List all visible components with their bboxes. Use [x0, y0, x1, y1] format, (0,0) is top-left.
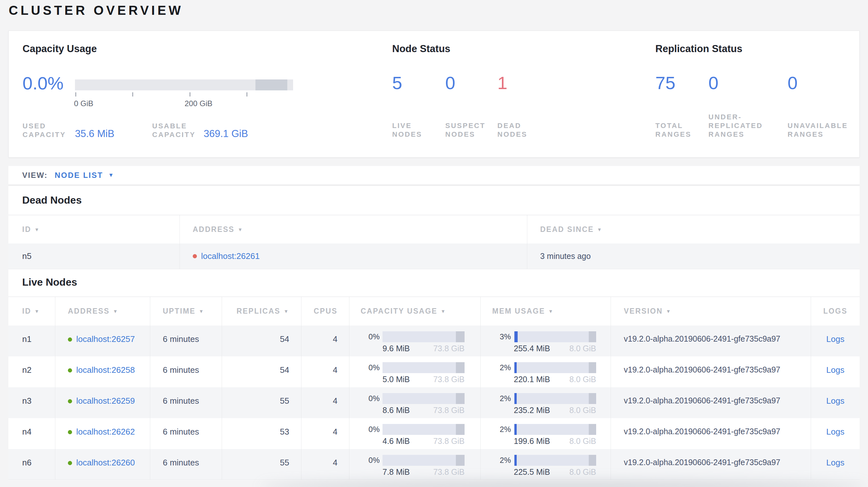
logs-link[interactable]: Logs [826, 334, 844, 344]
capacity-usage-cell: 0% 7.8 MiB73.8 GiB [349, 449, 480, 480]
capacity-bar [382, 331, 465, 342]
replicas: 55 [222, 449, 301, 480]
node-address-link[interactable]: localhost:26257 [76, 334, 135, 344]
capacity-bar [75, 79, 293, 90]
stat-value: 0 [708, 73, 787, 93]
stat-total-ranges: 75 TOTAL RANGES [655, 73, 708, 139]
column-header-mem-usage[interactable]: MEM USAGE [480, 297, 611, 326]
column-header-dead-since[interactable]: DEAD SINCE [527, 215, 860, 244]
cpus: 4 [301, 449, 349, 480]
logs-link[interactable]: Logs [826, 365, 844, 375]
version: v19.2.0-alpha.20190606-2491-gfe735c9a97 [611, 449, 811, 480]
capacity-bar [382, 393, 465, 404]
logs-link[interactable]: Logs [826, 427, 844, 436]
capacity-used: 8.6 MiB [382, 405, 410, 415]
node-address-link[interactable]: localhost:26261 [201, 251, 260, 261]
capacity-percent: 0% [349, 425, 382, 434]
mem-percent: 2% [480, 363, 514, 372]
capacity-percent: 0% [349, 394, 382, 403]
summary-card: Capacity Usage 0.0% 0 GiB 200 GiB USED C… [8, 31, 860, 158]
mem-used: 220.1 MiB [514, 375, 550, 384]
logs-link[interactable]: Logs [826, 458, 844, 467]
mem-total: 8.0 GiB [569, 405, 596, 415]
capacity-percent: 0% [349, 456, 382, 465]
node-status-title: Node Status [392, 43, 451, 55]
stat-dead-nodes: 1 DEAD NODES [497, 73, 562, 139]
page-title: CLUSTER OVERVIEW [9, 3, 183, 18]
node-address-link[interactable]: localhost:26259 [76, 396, 135, 405]
capacity-bar [382, 424, 465, 435]
column-header-capacity-usage[interactable]: CAPACITY USAGE [349, 297, 480, 326]
mem-percent: 2% [480, 394, 514, 403]
usable-capacity-value: 369.1 GiB [204, 129, 248, 139]
uptime: 6 minutes [150, 326, 222, 356]
node-address-link[interactable]: localhost:26262 [76, 427, 135, 436]
capacity-usage-cell: 0% 8.6 MiB73.8 GiB [349, 387, 480, 418]
stat-value: 5 [392, 73, 445, 93]
table-row: n5 localhost:26261 3 minutes ago [8, 244, 860, 269]
live-nodes-header: ID ADDRESS UPTIME REPLICAS CPUS CAPACITY… [8, 297, 860, 326]
axis-tick [132, 92, 133, 97]
axis-tick [246, 92, 247, 97]
capacity-percent: 0% [349, 363, 382, 372]
stat-label: UNAVAILABLE RANGES [787, 121, 862, 139]
version: v19.2.0-alpha.20190606-2491-gfe735c9a97 [611, 418, 811, 449]
axis-tick [75, 92, 76, 97]
stat-suspect-nodes: 0 SUSPECT NODES [445, 73, 497, 139]
cpus: 4 [301, 387, 349, 418]
node-id: n2 [8, 356, 55, 387]
capacity-usage-cell: 0% 5.0 MiB73.8 GiB [349, 356, 480, 387]
column-header-cpus: CPUS [301, 297, 349, 326]
column-header-id[interactable]: ID [8, 215, 180, 244]
mem-bar-fill [515, 424, 517, 435]
mem-bar [514, 393, 596, 404]
stat-live-nodes: 5 LIVE NODES [392, 73, 445, 139]
column-header-address[interactable]: ADDRESS [180, 215, 527, 244]
mem-total: 8.0 GiB [569, 436, 596, 446]
mem-bar-fill [515, 393, 517, 404]
column-header-uptime[interactable]: UPTIME [150, 297, 222, 326]
axis-tick-label: 200 GiB [185, 99, 213, 108]
stat-label: DEAD NODES [497, 121, 562, 139]
capacity-bar-marker [255, 79, 287, 90]
column-header-id[interactable]: ID [8, 297, 55, 326]
view-selector[interactable]: NODE LIST [55, 171, 103, 180]
mem-bar-fill [515, 455, 517, 466]
mem-usage-cell: 3% 255.4 MiB8.0 GiB [480, 326, 611, 356]
live-status-icon [68, 399, 72, 403]
stat-label: TOTAL RANGES [655, 121, 708, 139]
mem-bar [514, 362, 596, 373]
capacity-total: 73.8 GiB [433, 436, 465, 446]
node-address-link[interactable]: localhost:26260 [76, 458, 135, 467]
column-header-version[interactable]: VERSION [611, 297, 811, 326]
mem-percent: 3% [480, 332, 514, 341]
node-id: n1 [8, 326, 55, 356]
column-header-address[interactable]: ADDRESS [55, 297, 150, 326]
table-row: n2 localhost:26258 6 minutes 54 4 0% 5.0… [8, 356, 860, 387]
chevron-down-icon[interactable] [108, 172, 114, 178]
capacity-footer: USED CAPACITY 35.6 MiB USABLE CAPACITY 3… [23, 120, 248, 139]
live-status-icon [68, 461, 72, 465]
capacity-used: 5.0 MiB [382, 375, 410, 384]
nodes-panel: Dead Nodes ID ADDRESS DEAD SINCE n5 loca… [8, 186, 860, 480]
view-label: VIEW: [22, 171, 48, 180]
mem-percent: 2% [480, 425, 514, 434]
capacity-used: 7.8 MiB [382, 467, 410, 477]
capacity-axis: 0 GiB 200 GiB [75, 92, 293, 111]
replicas: 53 [222, 418, 301, 449]
live-nodes-title: Live Nodes [8, 269, 860, 297]
capacity-bar-marker [456, 455, 465, 466]
capacity-usage-cell: 0% 4.6 MiB73.8 GiB [349, 418, 480, 449]
replicas: 54 [222, 326, 301, 356]
mem-used: 199.6 MiB [514, 436, 550, 446]
table-row: n6 localhost:26260 6 minutes 55 4 0% 7.8… [8, 449, 860, 480]
column-header-replicas[interactable]: REPLICAS [222, 297, 301, 326]
capacity-used: 9.6 MiB [382, 344, 410, 353]
replication-status-stats: 75 TOTAL RANGES 0 UNDER- REPLICATED RANG… [655, 73, 862, 139]
node-address-link[interactable]: localhost:26258 [76, 365, 135, 375]
logs-link[interactable]: Logs [826, 396, 844, 405]
mem-usage-cell: 2% 225.5 MiB8.0 GiB [480, 449, 611, 480]
mem-bar [514, 455, 596, 466]
replicas: 54 [222, 356, 301, 387]
cpus: 4 [301, 326, 349, 356]
